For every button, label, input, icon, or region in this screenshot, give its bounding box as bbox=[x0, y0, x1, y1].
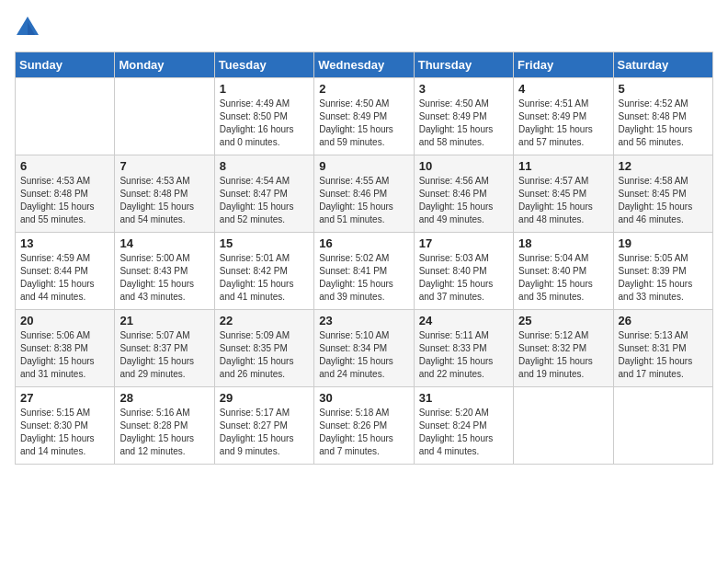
day-number: 7 bbox=[119, 159, 209, 173]
day-number: 20 bbox=[20, 314, 109, 327]
day-number: 27 bbox=[20, 391, 109, 405]
day-info: Sunrise: 5:12 AM Sunset: 8:32 PM Dayligh… bbox=[518, 329, 608, 381]
calendar-cell: 14Sunrise: 5:00 AM Sunset: 8:43 PM Dayli… bbox=[115, 233, 214, 310]
calendar-cell bbox=[514, 387, 613, 465]
day-info: Sunrise: 4:56 AM Sunset: 8:46 PM Dayligh… bbox=[419, 175, 508, 226]
calendar-cell: 6Sunrise: 4:53 AM Sunset: 8:48 PM Daylig… bbox=[16, 155, 115, 233]
calendar-cell bbox=[16, 78, 115, 155]
calendar-cell: 30Sunrise: 5:18 AM Sunset: 8:26 PM Dayli… bbox=[314, 387, 414, 465]
day-number: 13 bbox=[20, 236, 109, 250]
calendar-cell: 18Sunrise: 5:04 AM Sunset: 8:40 PM Dayli… bbox=[514, 233, 613, 310]
calendar-cell: 9Sunrise: 4:55 AM Sunset: 8:46 PM Daylig… bbox=[314, 155, 414, 233]
day-number: 22 bbox=[220, 314, 309, 327]
calendar-cell: 7Sunrise: 4:53 AM Sunset: 8:48 PM Daylig… bbox=[115, 155, 214, 233]
day-info: Sunrise: 5:07 AM Sunset: 8:37 PM Dayligh… bbox=[119, 329, 209, 381]
calendar-cell: 2Sunrise: 4:50 AM Sunset: 8:49 PM Daylig… bbox=[314, 78, 414, 155]
calendar-header-row: SundayMondayTuesdayWednesdayThursdayFrid… bbox=[16, 52, 713, 78]
calendar-cell: 1Sunrise: 4:49 AM Sunset: 8:50 PM Daylig… bbox=[214, 78, 313, 155]
day-info: Sunrise: 5:20 AM Sunset: 8:24 PM Dayligh… bbox=[419, 407, 508, 458]
weekday-header-tuesday: Tuesday bbox=[214, 52, 313, 78]
day-info: Sunrise: 4:57 AM Sunset: 8:45 PM Dayligh… bbox=[518, 175, 608, 226]
day-info: Sunrise: 4:55 AM Sunset: 8:46 PM Dayligh… bbox=[319, 175, 408, 226]
day-number: 26 bbox=[619, 314, 708, 327]
day-info: Sunrise: 4:53 AM Sunset: 8:48 PM Dayligh… bbox=[20, 175, 109, 226]
calendar-cell: 5Sunrise: 4:52 AM Sunset: 8:48 PM Daylig… bbox=[613, 78, 712, 155]
calendar-week-row: 27Sunrise: 5:15 AM Sunset: 8:30 PM Dayli… bbox=[16, 387, 713, 465]
weekday-header-friday: Friday bbox=[514, 52, 613, 78]
day-info: Sunrise: 5:18 AM Sunset: 8:26 PM Dayligh… bbox=[319, 407, 408, 458]
day-info: Sunrise: 5:09 AM Sunset: 8:35 PM Dayligh… bbox=[220, 329, 309, 381]
day-number: 9 bbox=[319, 159, 408, 173]
day-number: 4 bbox=[518, 82, 608, 96]
day-number: 29 bbox=[220, 391, 309, 405]
day-number: 8 bbox=[220, 159, 309, 173]
weekday-header-monday: Monday bbox=[115, 52, 214, 78]
day-number: 5 bbox=[619, 82, 708, 96]
calendar-cell: 8Sunrise: 4:54 AM Sunset: 8:47 PM Daylig… bbox=[214, 155, 313, 233]
calendar-table: SundayMondayTuesdayWednesdayThursdayFrid… bbox=[15, 52, 713, 465]
day-info: Sunrise: 5:00 AM Sunset: 8:43 PM Dayligh… bbox=[119, 252, 209, 304]
day-info: Sunrise: 4:50 AM Sunset: 8:49 PM Dayligh… bbox=[319, 98, 408, 149]
day-number: 6 bbox=[20, 159, 109, 173]
calendar-week-row: 6Sunrise: 4:53 AM Sunset: 8:48 PM Daylig… bbox=[16, 155, 713, 233]
day-info: Sunrise: 5:06 AM Sunset: 8:38 PM Dayligh… bbox=[20, 329, 109, 381]
day-info: Sunrise: 4:54 AM Sunset: 8:47 PM Dayligh… bbox=[220, 175, 309, 226]
day-number: 31 bbox=[419, 391, 508, 405]
day-number: 16 bbox=[319, 236, 408, 250]
day-number: 28 bbox=[119, 391, 209, 405]
day-number: 21 bbox=[119, 314, 209, 327]
calendar-cell: 23Sunrise: 5:10 AM Sunset: 8:34 PM Dayli… bbox=[314, 310, 414, 387]
calendar-cell: 17Sunrise: 5:03 AM Sunset: 8:40 PM Dayli… bbox=[414, 233, 513, 310]
logo bbox=[15, 15, 44, 40]
calendar-cell: 10Sunrise: 4:56 AM Sunset: 8:46 PM Dayli… bbox=[414, 155, 513, 233]
day-info: Sunrise: 5:01 AM Sunset: 8:42 PM Dayligh… bbox=[220, 252, 309, 304]
calendar-cell bbox=[115, 78, 214, 155]
day-info: Sunrise: 4:58 AM Sunset: 8:45 PM Dayligh… bbox=[619, 175, 708, 226]
weekday-header-sunday: Sunday bbox=[16, 52, 115, 78]
weekday-header-thursday: Thursday bbox=[414, 52, 513, 78]
calendar-week-row: 20Sunrise: 5:06 AM Sunset: 8:38 PM Dayli… bbox=[16, 310, 713, 387]
day-info: Sunrise: 5:03 AM Sunset: 8:40 PM Dayligh… bbox=[419, 252, 508, 304]
day-number: 15 bbox=[220, 236, 309, 250]
day-info: Sunrise: 5:02 AM Sunset: 8:41 PM Dayligh… bbox=[319, 252, 408, 304]
day-info: Sunrise: 4:52 AM Sunset: 8:48 PM Dayligh… bbox=[619, 98, 708, 149]
day-number: 3 bbox=[419, 82, 508, 96]
day-number: 24 bbox=[419, 314, 508, 327]
day-number: 14 bbox=[119, 236, 209, 250]
generalblue-logo-icon bbox=[15, 15, 40, 40]
calendar-cell: 22Sunrise: 5:09 AM Sunset: 8:35 PM Dayli… bbox=[214, 310, 313, 387]
calendar-cell bbox=[613, 387, 712, 465]
calendar-cell: 21Sunrise: 5:07 AM Sunset: 8:37 PM Dayli… bbox=[115, 310, 214, 387]
day-info: Sunrise: 5:13 AM Sunset: 8:31 PM Dayligh… bbox=[619, 329, 708, 381]
calendar-cell: 4Sunrise: 4:51 AM Sunset: 8:49 PM Daylig… bbox=[514, 78, 613, 155]
day-info: Sunrise: 5:05 AM Sunset: 8:39 PM Dayligh… bbox=[619, 252, 708, 304]
day-number: 12 bbox=[619, 159, 708, 173]
calendar-cell: 28Sunrise: 5:16 AM Sunset: 8:28 PM Dayli… bbox=[115, 387, 214, 465]
calendar-cell: 3Sunrise: 4:50 AM Sunset: 8:49 PM Daylig… bbox=[414, 78, 513, 155]
calendar-cell: 15Sunrise: 5:01 AM Sunset: 8:42 PM Dayli… bbox=[214, 233, 313, 310]
day-number: 17 bbox=[419, 236, 508, 250]
day-info: Sunrise: 4:59 AM Sunset: 8:44 PM Dayligh… bbox=[20, 252, 109, 304]
calendar-cell: 13Sunrise: 4:59 AM Sunset: 8:44 PM Dayli… bbox=[16, 233, 115, 310]
calendar-cell: 29Sunrise: 5:17 AM Sunset: 8:27 PM Dayli… bbox=[214, 387, 313, 465]
calendar-cell: 20Sunrise: 5:06 AM Sunset: 8:38 PM Dayli… bbox=[16, 310, 115, 387]
day-info: Sunrise: 4:50 AM Sunset: 8:49 PM Dayligh… bbox=[419, 98, 508, 149]
day-number: 1 bbox=[220, 82, 309, 96]
day-number: 2 bbox=[319, 82, 408, 96]
day-number: 18 bbox=[518, 236, 608, 250]
day-number: 23 bbox=[319, 314, 408, 327]
calendar-cell: 24Sunrise: 5:11 AM Sunset: 8:33 PM Dayli… bbox=[414, 310, 513, 387]
day-info: Sunrise: 4:53 AM Sunset: 8:48 PM Dayligh… bbox=[119, 175, 209, 226]
calendar-cell: 19Sunrise: 5:05 AM Sunset: 8:39 PM Dayli… bbox=[613, 233, 712, 310]
calendar-cell: 26Sunrise: 5:13 AM Sunset: 8:31 PM Dayli… bbox=[613, 310, 712, 387]
day-number: 19 bbox=[619, 236, 708, 250]
day-info: Sunrise: 5:16 AM Sunset: 8:28 PM Dayligh… bbox=[119, 407, 209, 458]
day-info: Sunrise: 5:15 AM Sunset: 8:30 PM Dayligh… bbox=[20, 407, 109, 458]
day-info: Sunrise: 5:10 AM Sunset: 8:34 PM Dayligh… bbox=[319, 329, 408, 381]
weekday-header-wednesday: Wednesday bbox=[314, 52, 414, 78]
day-info: Sunrise: 5:17 AM Sunset: 8:27 PM Dayligh… bbox=[220, 407, 309, 458]
calendar-week-row: 13Sunrise: 4:59 AM Sunset: 8:44 PM Dayli… bbox=[16, 233, 713, 310]
calendar-week-row: 1Sunrise: 4:49 AM Sunset: 8:50 PM Daylig… bbox=[16, 78, 713, 155]
calendar-cell: 31Sunrise: 5:20 AM Sunset: 8:24 PM Dayli… bbox=[414, 387, 513, 465]
weekday-header-saturday: Saturday bbox=[613, 52, 712, 78]
